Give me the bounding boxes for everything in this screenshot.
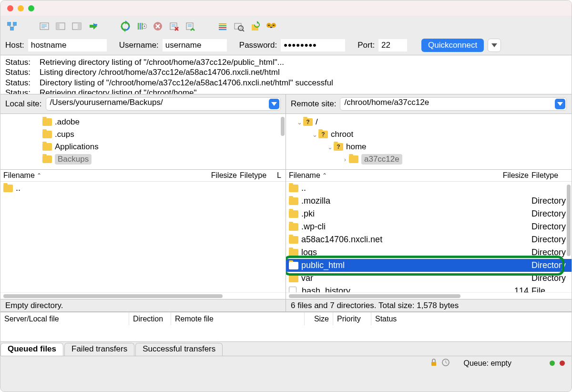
remote-horizontal-scrollbar[interactable]: [286, 292, 572, 299]
svg-rect-0: [7, 22, 11, 26]
svg-rect-44: [273, 25, 275, 26]
password-input[interactable]: [281, 39, 345, 52]
search-icon[interactable]: [265, 20, 278, 33]
col-server-local[interactable]: Server/Local file: [0, 312, 129, 325]
scrollbar-thumb[interactable]: [281, 117, 285, 136]
col-lastmodified[interactable]: L: [277, 171, 283, 180]
list-item[interactable]: .mozillaDirectory: [286, 195, 572, 207]
file-name: .pki: [301, 209, 498, 219]
remote-list-header[interactable]: Filename⌃ Filesize Filetype: [286, 169, 572, 182]
col-filename[interactable]: Filename: [3, 171, 35, 180]
username-label: Username:: [119, 41, 159, 50]
remote-tree[interactable]: ⌄?/ ⌄?chroot ⌄?home ›a37cc12e: [286, 114, 572, 169]
file-type: Directory: [531, 273, 569, 283]
file-name: logs: [301, 248, 498, 258]
list-item[interactable]: ..: [286, 182, 572, 195]
port-input[interactable]: [378, 39, 407, 52]
queue-status: Queue: empty: [464, 359, 512, 368]
disclosure-icon[interactable]: ⌄: [296, 119, 303, 126]
transfer-queue-body[interactable]: [0, 325, 572, 341]
quickconnect-bar: Host: Username: Password: Port: Quickcon…: [0, 37, 572, 55]
col-filesize[interactable]: Filesize: [206, 171, 240, 180]
local-file-list[interactable]: ..: [0, 182, 286, 292]
filter-icon[interactable]: [216, 20, 229, 33]
toggle-remote-tree-icon[interactable]: [70, 20, 83, 33]
list-item[interactable]: .wp-cliDirectory: [286, 220, 572, 233]
toggle-queue-icon[interactable]: [86, 20, 100, 33]
file-name: public_html: [301, 260, 498, 270]
folder-unknown-icon: ?: [318, 131, 328, 138]
lock-icon[interactable]: [430, 359, 437, 368]
zoom-window-button[interactable]: [28, 5, 34, 11]
tab-queued[interactable]: Queued files: [0, 343, 63, 356]
toggle-log-icon[interactable]: [38, 20, 51, 33]
local-path-input[interactable]: /Users/yourusername/Backups/: [46, 97, 281, 111]
chevron-down-icon[interactable]: [269, 99, 279, 109]
col-status[interactable]: Status: [371, 312, 572, 325]
site-manager-icon[interactable]: [5, 20, 19, 33]
sync-browse-icon[interactable]: [248, 20, 262, 33]
list-item[interactable]: .pkiDirectory: [286, 207, 572, 220]
quickconnect-button[interactable]: Quickconnect: [421, 39, 484, 52]
folder-icon: [42, 118, 52, 126]
chevron-down-icon[interactable]: [555, 99, 565, 109]
svg-rect-43: [268, 25, 270, 26]
col-filetype[interactable]: Filetype: [240, 171, 277, 180]
file-name: .bash_history: [299, 286, 498, 292]
disclosure-icon[interactable]: ⌄: [326, 144, 334, 151]
list-item[interactable]: a58ac14706.nxcli.netDirectory: [286, 233, 572, 246]
list-item[interactable]: logsDirectory: [286, 246, 572, 259]
disconnect-icon[interactable]: [167, 20, 181, 33]
disclosure-icon[interactable]: ›: [341, 156, 349, 163]
col-direction[interactable]: Direction: [129, 312, 171, 325]
quickconnect-history-dropdown[interactable]: [488, 39, 501, 52]
folder-icon: [349, 155, 358, 163]
log-message: Directory listing of "/chroot/home/a37cc…: [40, 78, 333, 88]
folder-icon: [289, 185, 298, 192]
sites-panels: Local site: /Users/yourusername/Backups/…: [0, 94, 572, 312]
username-input[interactable]: [163, 39, 227, 52]
refresh-icon[interactable]: [119, 20, 132, 33]
close-window-button[interactable]: [7, 5, 13, 11]
col-filesize[interactable]: Filesize: [498, 171, 531, 180]
activity-indicator-red: [560, 361, 565, 366]
toggle-local-tree-icon[interactable]: [54, 20, 67, 33]
transfer-queue-header[interactable]: Server/Local file Direction Remote file …: [0, 312, 572, 325]
list-item[interactable]: ..: [0, 182, 286, 195]
disclosure-icon[interactable]: ⌄: [311, 131, 318, 138]
tree-item-label: .adobe: [55, 117, 80, 127]
file-type: Directory: [531, 222, 569, 232]
remote-path-input[interactable]: /chroot/home/a37cc12e: [340, 97, 567, 111]
process-queue-icon[interactable]: [135, 20, 148, 33]
sort-ascending-icon: ⌃: [37, 172, 41, 179]
col-size[interactable]: Size: [305, 312, 333, 325]
list-item[interactable]: .bash_history114File: [286, 285, 572, 292]
clock-icon[interactable]: [442, 359, 449, 368]
tab-successful[interactable]: Successful transfers: [135, 343, 223, 356]
folder-icon: [289, 223, 298, 231]
cancel-icon[interactable]: [151, 20, 164, 33]
col-filetype[interactable]: Filetype: [531, 171, 569, 180]
local-tree[interactable]: .adobe .cups Applications Backups: [0, 114, 286, 169]
file-type: Directory: [531, 196, 569, 206]
col-remote-file[interactable]: Remote file: [171, 312, 305, 325]
tree-item-label: .cups: [55, 130, 74, 139]
local-horizontal-scrollbar[interactable]: [0, 292, 286, 299]
local-list-header[interactable]: Filename⌃ Filesize Filetype L: [0, 169, 286, 182]
remote-file-list[interactable]: .. .mozillaDirectory .pkiDirectory .wp-c…: [286, 182, 572, 292]
svg-rect-48: [431, 362, 436, 366]
scrollbar-thumb[interactable]: [567, 185, 571, 256]
directory-compare-icon[interactable]: [232, 20, 245, 33]
list-item[interactable]: varDirectory: [286, 272, 572, 285]
titlebar: [0, 0, 572, 16]
local-panel: Local site: /Users/yourusername/Backups/…: [0, 94, 286, 311]
tree-item-label: /: [316, 117, 318, 127]
col-filename[interactable]: Filename: [289, 171, 320, 180]
list-item[interactable]: public_htmlDirectory: [286, 259, 572, 272]
minimize-window-button[interactable]: [18, 5, 24, 11]
reconnect-icon[interactable]: [184, 20, 197, 33]
tab-failed[interactable]: Failed transfers: [64, 343, 134, 356]
message-log[interactable]: Status:Retrieving directory listing of "…: [0, 55, 572, 94]
col-priority[interactable]: Priority: [333, 312, 371, 325]
host-input[interactable]: [28, 39, 107, 52]
